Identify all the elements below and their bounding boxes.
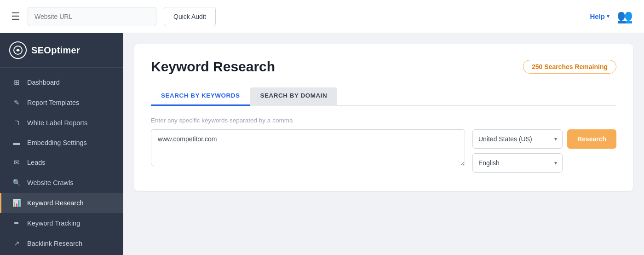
country-select-wrap: United States (US) United Kingdom (UK) A… (472, 129, 563, 149)
website-crawls-icon: 🔍 (12, 179, 21, 187)
sidebar-item-label: Report Templates (27, 99, 79, 106)
sidebar-item-keyword-research[interactable]: 📊 Keyword Research (0, 193, 123, 213)
quick-audit-button[interactable]: Quick Audit (164, 7, 216, 26)
logo-icon (9, 41, 27, 59)
logo-text: SEOptimer (31, 45, 80, 56)
help-label: Help (590, 12, 605, 20)
website-url-input[interactable] (28, 7, 156, 26)
keyword-research-icon: 📊 (12, 199, 21, 207)
sidebar-item-leads[interactable]: ✉ Leads (0, 152, 123, 173)
report-templates-icon: ✎ (12, 99, 21, 107)
help-chevron-icon: ▾ (607, 13, 610, 19)
page-title: Keyword Research (151, 59, 275, 75)
form-hint: Enter any specific keywords separated by… (151, 117, 616, 124)
sidebar-navigation: ⊞ Dashboard ✎ Report Templates 🗋 White L… (0, 68, 123, 255)
user-avatar-icon[interactable]: 👥 (617, 9, 633, 24)
sidebar-item-keyword-tracking[interactable]: ✒ Keyword Tracking (0, 213, 123, 233)
sidebar-item-website-crawls[interactable]: 🔍 Website Crawls (0, 173, 123, 193)
textarea-wrapper (151, 129, 465, 168)
sidebar-item-dashboard[interactable]: ⊞ Dashboard (0, 72, 123, 93)
sidebar-logo: SEOptimer (0, 33, 123, 68)
sidebar-item-embedding-settings[interactable]: ▬ Embedding Settings (0, 133, 123, 152)
sidebar-item-label: Keyword Tracking (27, 220, 80, 227)
leads-icon: ✉ (12, 158, 21, 167)
searches-remaining-badge: 250 Searches Remaining (523, 60, 616, 74)
sidebar-item-label: Keyword Research (27, 199, 84, 207)
keyword-tracking-icon: ✒ (12, 219, 21, 227)
card-header: Keyword Research 250 Searches Remaining (151, 59, 616, 75)
sidebar-item-report-templates[interactable]: ✎ Report Templates (0, 93, 123, 113)
topbar-left: ☰ Quick Audit (11, 7, 216, 26)
research-button[interactable]: Research (567, 129, 616, 149)
main-layout: SEOptimer ⊞ Dashboard ✎ Report Templates… (0, 33, 644, 255)
form-controls: United States (US) United Kingdom (UK) A… (472, 129, 616, 173)
sidebar-item-label: Leads (27, 159, 46, 166)
sidebar-item-label: Dashboard (27, 79, 60, 86)
help-button[interactable]: Help ▾ (590, 12, 610, 20)
sidebar-item-label: Embedding Settings (27, 139, 87, 146)
language-select-wrap: English Spanish French German ▾ (472, 153, 563, 173)
backlink-icon: ↗ (12, 239, 21, 248)
controls-row: United States (US) United Kingdom (UK) A… (472, 129, 616, 173)
sidebar: SEOptimer ⊞ Dashboard ✎ Report Templates… (0, 33, 123, 255)
white-label-icon: 🗋 (12, 119, 21, 127)
hamburger-icon[interactable]: ☰ (11, 11, 20, 23)
topbar-right: Help ▾ 👥 (590, 9, 633, 24)
sidebar-item-backlink-research[interactable]: ↗ Backlink Research (0, 233, 123, 254)
main-content: Keyword Research 250 Searches Remaining … (123, 33, 644, 255)
dashboard-icon: ⊞ (12, 78, 21, 87)
sidebar-item-label: Backlink Research (27, 240, 82, 247)
search-tabs: SEARCH BY KEYWORDS SEARCH BY DOMAIN (151, 87, 616, 106)
topbar: ☰ Quick Audit Help ▾ 👥 (0, 0, 644, 33)
keyword-textarea[interactable] (151, 129, 465, 166)
sidebar-item-label: White Label Reports (27, 119, 87, 127)
tab-search-by-keywords[interactable]: SEARCH BY KEYWORDS (151, 87, 250, 106)
country-select[interactable]: United States (US) United Kingdom (UK) A… (472, 129, 563, 149)
sidebar-item-white-label-reports[interactable]: 🗋 White Label Reports (0, 113, 123, 133)
language-select[interactable]: English Spanish French German (472, 153, 563, 173)
content-card: Keyword Research 250 Searches Remaining … (134, 44, 633, 191)
tab-search-by-domain[interactable]: SEARCH BY DOMAIN (250, 87, 338, 106)
research-form: United States (US) United Kingdom (UK) A… (151, 129, 616, 173)
sidebar-item-label: Website Crawls (27, 179, 73, 186)
embedding-icon: ▬ (12, 139, 21, 146)
